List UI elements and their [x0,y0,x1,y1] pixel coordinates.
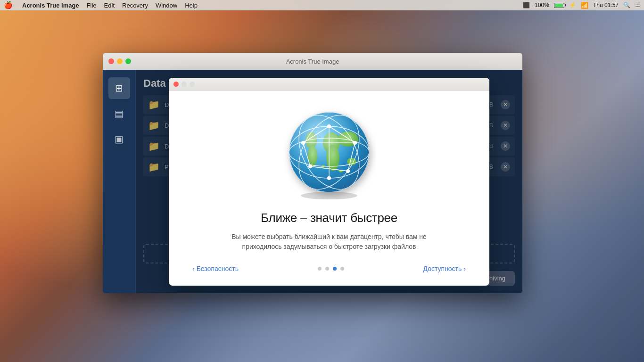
window-title: Acronis True Image [286,58,339,65]
modal-heading: Ближе – значит быстрее [261,211,397,225]
list-icon[interactable]: ☰ [635,2,640,8]
globe-illustration [282,105,376,199]
battery-percent: 100% [535,2,549,8]
window-minimize-button[interactable] [117,58,123,64]
menu-window[interactable]: Window [156,2,177,9]
nav-dots [318,267,344,271]
app-window: Acronis True Image ⊞ ▤ ▣ Data to archive… [103,53,522,293]
chevron-right-icon: › [463,265,466,272]
clone-icon: ▣ [115,133,124,145]
menu-edit[interactable]: Edit [104,2,115,9]
chevron-left-icon: ‹ [192,265,195,272]
menubar-right: ⬛ 100% ⚡ 📶 Thu 01:57 🔍 ☰ [523,2,640,9]
window-titlebar: Acronis True Image [103,53,522,70]
app-name-menu[interactable]: Acronis True Image [22,2,79,9]
modal-navigation: ‹ Безопасность Доступность [192,265,466,272]
dot-3 [333,267,337,271]
nav-prev-button[interactable]: ‹ Безопасность [192,265,239,272]
dot-4 [340,267,344,271]
sidebar-item-clone[interactable]: ▣ [108,128,130,150]
apple-menu-icon[interactable]: 🍎 [4,1,13,9]
wifi-icon: 📶 [581,2,588,9]
charging-icon: ⚡ [569,2,576,8]
modal-maximize-button[interactable] [190,82,195,87]
window-maximize-button[interactable] [125,58,131,64]
window-content: ⊞ ▤ ▣ Data to archive 📁 Documents/Work 8… [103,70,522,293]
menu-help[interactable]: Help [185,2,198,9]
clock: Thu 01:57 [593,2,619,8]
modal-dialog: Ближе – значит быстрее Вы можете выбрать… [169,78,489,286]
modal-minimize-button[interactable] [182,82,187,87]
archive-icon: ▤ [115,108,124,119]
backup-icon: ⊞ [115,82,123,94]
dot-1 [318,267,322,271]
modal-overlay: Ближе – значит быстрее Вы можете выбрать… [136,70,522,293]
nav-next-button[interactable]: Доступность › [423,265,466,272]
main-area: Data to archive 📁 Documents/Work 8.6 MB … [136,70,522,293]
modal-body: Ближе – значит быстрее Вы можете выбрать… [169,91,489,286]
dot-2 [325,267,329,271]
modal-description: Вы можете выбрать ближайший к вам датаце… [211,232,447,252]
nav-next-label: Доступность [423,265,462,272]
menu-file[interactable]: File [87,2,97,9]
search-icon[interactable]: 🔍 [623,2,630,8]
battery-icon [554,3,564,8]
window-controls [108,58,131,64]
svg-point-29 [289,112,369,192]
window-close-button[interactable] [108,58,114,64]
modal-close-button[interactable] [173,82,179,87]
sidebar-item-backup[interactable]: ⊞ [108,77,130,99]
svg-point-30 [301,192,357,199]
menubar: 🍎 Acronis True Image File Edit Recovery … [0,0,644,10]
menu-recovery[interactable]: Recovery [122,2,148,9]
sidebar-item-archive[interactable]: ▤ [108,103,130,124]
nav-prev-label: Безопасность [197,265,239,272]
modal-titlebar [169,78,489,91]
monitor-icon: ⬛ [523,2,530,8]
sidebar: ⊞ ▤ ▣ [103,70,136,293]
